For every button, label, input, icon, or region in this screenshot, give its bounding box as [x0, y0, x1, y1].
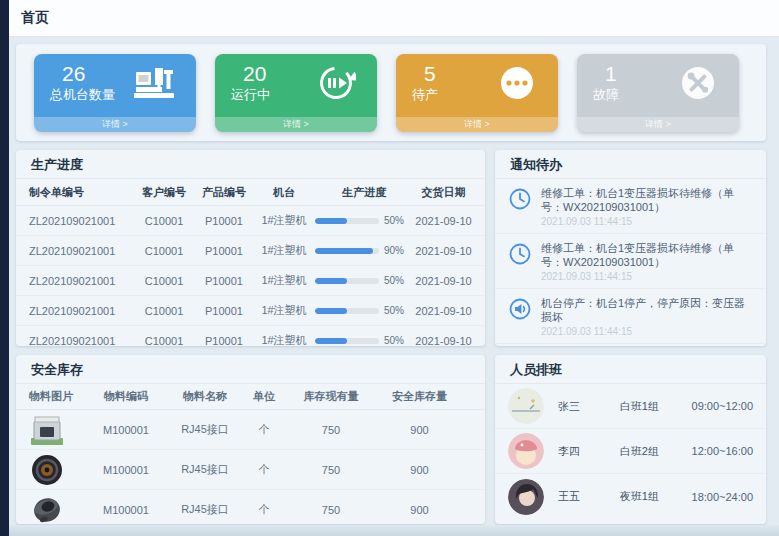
shift-time: 12:00~16:00 [692, 445, 753, 457]
unit-cell: 个 [243, 462, 285, 477]
notification-timestamp: 2021.09.03 11:44:15 [541, 215, 753, 228]
progress-bar [315, 248, 379, 254]
production-header-row: 制令单编号客户编号产品编号机台生产进度交货日期 [16, 179, 485, 206]
order-no-cell: ZL202109021001 [29, 215, 135, 227]
customer-cell: C10001 [135, 215, 193, 227]
production-row[interactable]: ZL202109021001C10001P100011#注塑机50%2021-0… [16, 266, 485, 296]
on-hand-qty-cell: 750 [285, 504, 377, 516]
production-column-header: 机台 [255, 185, 313, 200]
stat-card-label: 故障 [593, 86, 619, 104]
notification-item[interactable]: 机台停产：机台1停产，停产原因：变压器损坏2021.09.03 11:44:15 [495, 289, 766, 344]
stat-card-info: 5待产 [412, 62, 438, 104]
stock-row[interactable]: M100001RJ45接口个750900 [16, 410, 485, 450]
stat-card-running[interactable]: 20运行中详情 > [215, 54, 377, 132]
rj45-image [29, 414, 85, 446]
notification-text: 机台停产：机台1停产，停产原因：变压器损坏 [541, 296, 753, 324]
material-code-cell: M100001 [85, 504, 167, 516]
order-no-cell: ZL202109021001 [29, 305, 135, 317]
panel-title-schedule: 人员排班 [495, 355, 766, 384]
customer-cell: C10001 [135, 305, 193, 317]
progress-bar [315, 308, 379, 314]
progress-bar-fill [315, 248, 373, 254]
safety-qty-cell: 900 [377, 464, 462, 476]
notification-text: 维修工单：机台1变压器损坏待维修（单号：WX202109031001） [541, 186, 753, 214]
stock-row[interactable]: M100001RJ45接口个750900 [16, 450, 485, 490]
pending-icon [494, 63, 540, 103]
order-no-cell: ZL202109021001 [29, 245, 135, 257]
progress-cell: 50% [313, 305, 415, 316]
bottom-edge-strip [9, 525, 779, 536]
progress-bar [315, 218, 379, 224]
clock-icon [508, 187, 532, 211]
stat-card-value: 5 [412, 62, 438, 86]
stat-card-label: 总机台数量 [50, 86, 115, 104]
panel-title-stock: 安全库存 [16, 355, 485, 384]
production-column-header: 产品编号 [193, 185, 255, 200]
production-row[interactable]: ZL202109021001C10001P100011#注塑机90%2021-0… [16, 236, 485, 266]
notification-item[interactable]: 维修工单：机台1变压器损坏待维修（单号：WX202109031001）2021.… [495, 234, 766, 289]
progress-bar [315, 278, 379, 284]
stat-card-detail-link[interactable]: 详情 > [215, 117, 377, 132]
production-row[interactable]: ZL202109021001C10001P100011#注塑机50%2021-0… [16, 206, 485, 236]
shift-label: 白班1组 [620, 399, 692, 414]
customer-cell: C10001 [135, 335, 193, 347]
panel-title-notifications: 通知待办 [495, 150, 766, 179]
material-name-cell: RJ45接口 [167, 502, 243, 517]
production-column-header: 生产进度 [313, 185, 415, 200]
person-name: 李四 [558, 444, 620, 459]
production-row[interactable]: ZL202109021001C10001P100011#注塑机50%2021-0… [16, 296, 485, 326]
delivery-date-cell: 2021-09-10 [415, 245, 472, 257]
stat-card-detail-link[interactable]: 详情 > [396, 117, 558, 132]
progress-percent: 50% [384, 305, 404, 316]
delivery-date-cell: 2021-09-10 [415, 215, 472, 227]
on-hand-qty-cell: 750 [285, 464, 377, 476]
notification-item[interactable]: 计划暂停：机台1生产计划已暂停2021.09.03 11:44:15 [495, 344, 766, 346]
material-code-cell: M100001 [85, 464, 167, 476]
stat-card-info: 1故障 [593, 62, 619, 104]
progress-cell: 50% [313, 275, 415, 286]
progress-cell: 90% [313, 245, 415, 256]
schedule-row[interactable]: 王五夜班1组18:00~24:00 [495, 474, 766, 519]
stat-card-body: 5待产 [396, 54, 558, 104]
tab-home[interactable]: 首页 [21, 9, 49, 27]
customer-cell: C10001 [135, 275, 193, 287]
schedule-list: 张三白班1组09:00~12:00李四白班2组12:00~16:00王五夜班1组… [495, 384, 766, 519]
stat-card-body: 1故障 [577, 54, 739, 104]
stock-row[interactable]: M100001RJ45接口个750900 [16, 490, 485, 524]
stat-card-value: 1 [593, 62, 619, 86]
stat-card-body: 26总机台数量 [34, 54, 196, 104]
progress-cell: 50% [313, 335, 415, 346]
speaker-icon [508, 297, 532, 321]
schedule-row[interactable]: 张三白班1组09:00~12:00 [495, 384, 766, 429]
material-name-cell: RJ45接口 [167, 462, 243, 477]
notification-text: 维修工单：机台1变压器损坏待维修（单号：WX202109031001） [541, 241, 753, 269]
stock-column-header: 单位 [243, 389, 285, 404]
stat-card-value: 26 [50, 62, 115, 86]
product-cell: P10001 [193, 215, 255, 227]
delivery-date-cell: 2021-09-10 [415, 305, 472, 317]
stat-card-fault[interactable]: 1故障详情 > [577, 54, 739, 132]
left-edge-strip [0, 0, 9, 536]
clock-icon [508, 242, 532, 266]
stat-card-pending[interactable]: 5待产详情 > [396, 54, 558, 132]
stat-card-info: 20运行中 [231, 62, 270, 104]
stat-card-detail-link[interactable]: 详情 > [34, 117, 196, 132]
stock-table-header: 物料图片物料编码物料名称单位库存现有量安全库存量 [16, 384, 485, 410]
tab-bar: 首页 [9, 0, 779, 37]
schedule-row[interactable]: 李四白班2组12:00~16:00 [495, 429, 766, 474]
stock-column-header: 物料图片 [29, 389, 85, 404]
production-column-header: 制令单编号 [29, 185, 135, 200]
notification-item[interactable]: 维修工单：机台1变压器损坏待维修（单号：WX202109031001）2021.… [495, 179, 766, 234]
stock-column-header: 物料名称 [167, 389, 243, 404]
speaker-cone-image [29, 494, 85, 525]
personnel-schedule-panel: 人员排班 张三白班1组09:00~12:00李四白班2组12:00~16:00王… [495, 355, 766, 524]
progress-bar-fill [315, 308, 347, 314]
product-cell: P10001 [193, 305, 255, 317]
product-cell: P10001 [193, 335, 255, 347]
stat-card-total-machines[interactable]: 26总机台数量详情 > [34, 54, 196, 132]
unit-cell: 个 [243, 502, 285, 517]
production-row[interactable]: ZL202109021001C10001P100011#注塑机50%2021-0… [16, 326, 485, 346]
stock-header-row: 物料图片物料编码物料名称单位库存现有量安全库存量 [16, 384, 485, 410]
running-icon [313, 63, 359, 103]
stat-card-detail-link[interactable]: 详情 > [577, 117, 739, 132]
